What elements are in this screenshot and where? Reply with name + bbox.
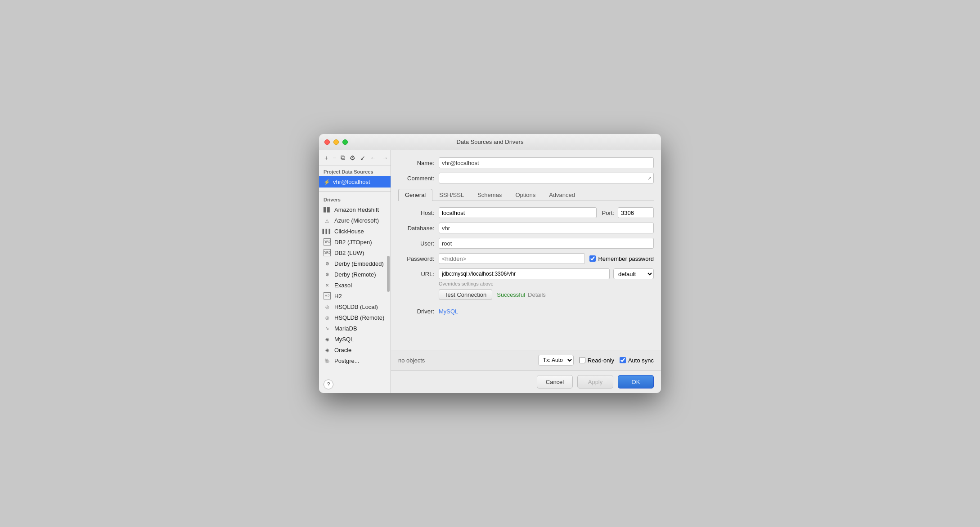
driver-item-h2[interactable]: H2 H2 [319, 290, 391, 301]
ok-button[interactable]: OK [618, 375, 654, 389]
remember-password-label: Remember password [598, 255, 654, 262]
host-input[interactable] [439, 207, 597, 218]
apply-button[interactable]: Apply [577, 375, 613, 389]
toolbar: + − ⧉ ⚙ ↙ ← → [319, 150, 391, 165]
forward-button[interactable]: → [380, 153, 390, 162]
minimize-button[interactable] [333, 139, 339, 145]
data-source-item-vhr[interactable]: ⚡ vhr@localhost [319, 176, 391, 188]
remember-password-checkbox[interactable] [589, 255, 596, 262]
postgres-icon: 🐘 [324, 357, 331, 364]
url-input[interactable] [439, 268, 610, 279]
tab-ssh-ssl[interactable]: SSH/SSL [432, 189, 471, 201]
port-input[interactable] [618, 207, 654, 218]
driver-label-oracle: Oracle [334, 347, 351, 353]
driver-item-mysql[interactable]: ◉ MySQL [319, 334, 391, 344]
driver-label-exasol: Exasol [334, 282, 352, 289]
amazon-redshift-icon: ▊▊ [324, 206, 331, 213]
no-objects-text: no objects [398, 357, 425, 364]
readonly-label: Read-only [588, 357, 614, 364]
driver-item-hsqldb-remote[interactable]: ◎ HSQLDB (Remote) [319, 312, 391, 323]
mariadb-icon: ∿ [324, 325, 331, 332]
add-button[interactable]: + [323, 153, 330, 162]
driver-link[interactable]: MySQL [439, 308, 458, 315]
back-button[interactable]: ← [368, 153, 378, 162]
driver-label-hsqldb-remote: HSQLDB (Remote) [334, 314, 384, 321]
drivers-list: ▊▊ Amazon Redshift △ Azure (Microsoft) ▌… [319, 204, 391, 376]
derby-remote-icon: ⚙ [324, 271, 331, 278]
right-section: Name: Comment: ↗ General SSH/SSL Schemas [391, 150, 661, 393]
window-title: Data Sources and Drivers [457, 138, 524, 145]
scrollbar-track[interactable] [387, 204, 390, 376]
data-source-icon: ⚡ [324, 179, 330, 185]
driver-item-derby-remote[interactable]: ⚙ Derby (Remote) [319, 269, 391, 280]
comment-input[interactable] [439, 173, 654, 183]
driver-label-hsqldb-local: HSQLDB (Local) [334, 304, 378, 310]
settings-button[interactable]: ⚙ [348, 153, 357, 162]
db2-jtopen-icon: DB2 [324, 238, 331, 246]
comment-label: Comment: [398, 175, 439, 182]
test-connection-button[interactable]: Test Connection [439, 289, 492, 300]
overrides-note: Overrides settings above [439, 281, 654, 286]
driver-item-azure[interactable]: △ Azure (Microsoft) [319, 215, 391, 226]
database-input[interactable] [439, 223, 654, 233]
tab-advanced[interactable]: Advanced [542, 189, 582, 201]
host-port-row: Host: Port: [398, 207, 654, 218]
driver-item-clickhouse[interactable]: ▌▌▌ ClickHouse [319, 226, 391, 237]
driver-item-db2-luw[interactable]: DB2 DB2 (LUW) [319, 247, 391, 258]
driver-label-postgres: Postgre... [334, 357, 360, 364]
tab-general[interactable]: General [398, 189, 432, 201]
close-button[interactable] [324, 139, 330, 145]
divider [319, 191, 391, 192]
hsqldb-remote-icon: ◎ [324, 314, 331, 321]
oracle-icon: ◉ [324, 346, 331, 353]
move-button[interactable]: ↙ [358, 153, 367, 162]
driver-item-postgres[interactable]: 🐘 Postgre... [319, 355, 391, 366]
driver-item-exasol[interactable]: ✕ Exasol [319, 280, 391, 290]
host-label: Host: [398, 210, 439, 216]
remember-wrap: Remember password [589, 255, 654, 262]
driver-label-db2-luw: DB2 (LUW) [334, 250, 364, 256]
tab-schemas[interactable]: Schemas [471, 189, 508, 201]
driver-item-mariadb[interactable]: ∿ MariaDB [319, 323, 391, 334]
driver-item-amazon-redshift[interactable]: ▊▊ Amazon Redshift [319, 204, 391, 215]
driver-label: Driver: [398, 308, 439, 315]
driver-item-derby-embedded[interactable]: ⚙ Derby (Embedded) [319, 258, 391, 269]
url-mode-select[interactable]: default custom [613, 268, 654, 279]
driver-item-oracle[interactable]: ◉ Oracle [319, 344, 391, 355]
cancel-button[interactable]: Cancel [537, 375, 573, 389]
success-label: Successful [497, 291, 525, 298]
left-bottom: ? [319, 376, 391, 393]
driver-label-amazon-redshift: Amazon Redshift [334, 206, 379, 213]
db2-luw-icon: DB2 [324, 249, 331, 256]
driver-label-mysql: MySQL [334, 336, 354, 343]
user-input[interactable] [439, 238, 654, 249]
expand-icon[interactable]: ↗ [647, 175, 652, 181]
driver-item-db2-jtopen[interactable]: DB2 DB2 (JTOpen) [319, 237, 391, 247]
help-button[interactable]: ? [324, 380, 333, 389]
url-label: URL: [398, 271, 439, 277]
traffic-lights [324, 139, 348, 145]
remove-button[interactable]: − [331, 153, 338, 162]
autosync-label: Auto sync [628, 357, 654, 364]
readonly-checkbox[interactable] [579, 357, 585, 363]
main-window: Data Sources and Drivers + − ⧉ ⚙ ↙ ← → P… [319, 134, 661, 393]
tx-select[interactable]: Tx: Auto [538, 355, 574, 366]
autosync-wrap: Auto sync [620, 357, 654, 364]
copy-button[interactable]: ⧉ [339, 153, 347, 162]
url-section: URL: default custom Overrides settings a… [398, 268, 654, 300]
maximize-button[interactable] [342, 139, 348, 145]
autosync-checkbox[interactable] [620, 357, 626, 363]
data-source-label: vhr@localhost [333, 179, 370, 185]
comment-row: Comment: ↗ [398, 173, 654, 183]
main-content: + − ⧉ ⚙ ↙ ← → Project Data Sources ⚡ vhr… [319, 150, 661, 393]
left-panel: + − ⧉ ⚙ ↙ ← → Project Data Sources ⚡ vhr… [319, 150, 391, 393]
tab-options[interactable]: Options [508, 189, 542, 201]
scrollbar-thumb[interactable] [387, 256, 390, 292]
name-input[interactable] [439, 157, 654, 168]
comment-input-wrap: ↗ [439, 173, 654, 183]
password-input[interactable] [439, 253, 585, 264]
driver-label-derby-embedded: Derby (Embedded) [334, 260, 384, 267]
driver-item-hsqldb-local[interactable]: ◎ HSQLDB (Local) [319, 301, 391, 312]
clickhouse-icon: ▌▌▌ [324, 228, 331, 235]
details-link[interactable]: Details [528, 291, 546, 298]
